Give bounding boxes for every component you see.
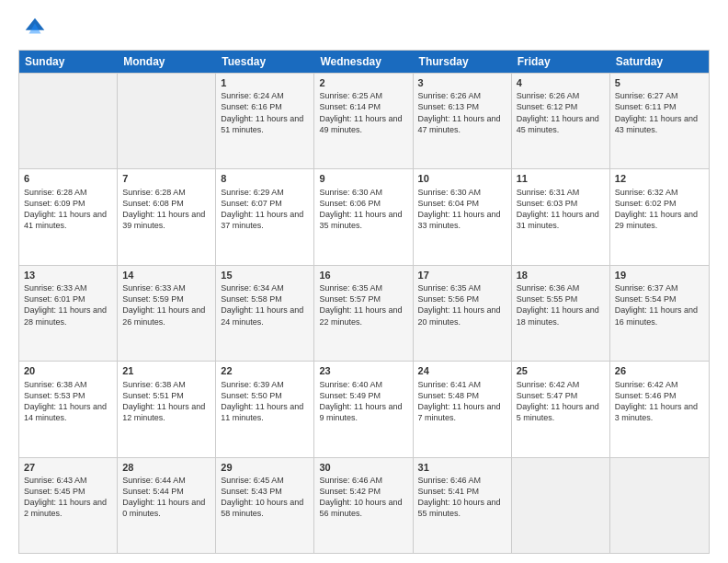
day-number: 5 xyxy=(615,76,704,89)
day-cell-31: 31Sunrise: 6:46 AM Sunset: 5:41 PM Dayli… xyxy=(414,458,512,553)
day-number: 27 xyxy=(24,461,112,474)
day-info: Sunrise: 6:33 AM Sunset: 6:01 PM Dayligh… xyxy=(24,282,112,327)
day-info: Sunrise: 6:38 AM Sunset: 5:51 PM Dayligh… xyxy=(122,379,210,424)
day-cell-9: 9Sunrise: 6:30 AM Sunset: 6:06 PM Daylig… xyxy=(314,169,413,264)
day-cell-1: 1Sunrise: 6:24 AM Sunset: 6:16 PM Daylig… xyxy=(216,74,314,168)
day-cell-26: 26Sunrise: 6:42 AM Sunset: 5:46 PM Dayli… xyxy=(610,362,709,456)
day-info: Sunrise: 6:33 AM Sunset: 5:59 PM Dayligh… xyxy=(122,282,210,327)
calendar-header: SundayMondayTuesdayWednesdayThursdayFrid… xyxy=(19,51,709,73)
day-number: 7 xyxy=(122,172,210,185)
day-cell-14: 14Sunrise: 6:33 AM Sunset: 5:59 PM Dayli… xyxy=(118,266,216,361)
logo-icon xyxy=(22,15,48,40)
day-cell-18: 18Sunrise: 6:36 AM Sunset: 5:55 PM Dayli… xyxy=(512,266,610,361)
day-cell-2: 2Sunrise: 6:25 AM Sunset: 6:14 PM Daylig… xyxy=(314,74,413,168)
day-number: 10 xyxy=(418,172,506,185)
day-info: Sunrise: 6:28 AM Sunset: 6:08 PM Dayligh… xyxy=(122,187,210,232)
day-info: Sunrise: 6:37 AM Sunset: 5:54 PM Dayligh… xyxy=(615,282,704,327)
calendar-week-3: 13Sunrise: 6:33 AM Sunset: 6:01 PM Dayli… xyxy=(19,265,709,361)
day-info: Sunrise: 6:36 AM Sunset: 5:55 PM Dayligh… xyxy=(517,282,605,327)
day-cell-19: 19Sunrise: 6:37 AM Sunset: 5:54 PM Dayli… xyxy=(610,266,709,361)
day-cell-29: 29Sunrise: 6:45 AM Sunset: 5:43 PM Dayli… xyxy=(216,458,314,553)
day-info: Sunrise: 6:29 AM Sunset: 6:07 PM Dayligh… xyxy=(221,187,309,232)
day-cell-15: 15Sunrise: 6:34 AM Sunset: 5:58 PM Dayli… xyxy=(216,266,314,361)
day-number: 30 xyxy=(319,461,407,474)
day-info: Sunrise: 6:30 AM Sunset: 6:06 PM Dayligh… xyxy=(319,187,407,232)
day-cell-12: 12Sunrise: 6:32 AM Sunset: 6:02 PM Dayli… xyxy=(610,169,709,264)
day-info: Sunrise: 6:28 AM Sunset: 6:09 PM Dayligh… xyxy=(24,187,112,232)
header-day-friday: Friday xyxy=(512,51,610,73)
header-day-saturday: Saturday xyxy=(610,51,709,73)
day-number: 6 xyxy=(24,172,112,185)
day-cell-23: 23Sunrise: 6:40 AM Sunset: 5:49 PM Dayli… xyxy=(314,362,413,456)
day-info: Sunrise: 6:42 AM Sunset: 5:46 PM Dayligh… xyxy=(615,379,704,424)
day-number: 24 xyxy=(418,364,506,377)
day-cell-4: 4Sunrise: 6:26 AM Sunset: 6:12 PM Daylig… xyxy=(512,74,610,168)
day-cell-17: 17Sunrise: 6:35 AM Sunset: 5:56 PM Dayli… xyxy=(414,266,512,361)
day-cell-21: 21Sunrise: 6:38 AM Sunset: 5:51 PM Dayli… xyxy=(118,362,216,456)
day-cell-27: 27Sunrise: 6:43 AM Sunset: 5:45 PM Dayli… xyxy=(19,458,118,553)
day-number: 11 xyxy=(517,172,605,185)
day-cell-24: 24Sunrise: 6:41 AM Sunset: 5:48 PM Dayli… xyxy=(414,362,512,456)
day-cell-20: 20Sunrise: 6:38 AM Sunset: 5:53 PM Dayli… xyxy=(19,362,118,456)
day-number: 20 xyxy=(24,364,112,377)
day-info: Sunrise: 6:40 AM Sunset: 5:49 PM Dayligh… xyxy=(319,379,407,424)
empty-cell xyxy=(512,458,610,553)
day-info: Sunrise: 6:25 AM Sunset: 6:14 PM Dayligh… xyxy=(319,90,407,135)
calendar-week-4: 20Sunrise: 6:38 AM Sunset: 5:53 PM Dayli… xyxy=(19,361,709,456)
day-number: 29 xyxy=(221,461,309,474)
day-number: 26 xyxy=(615,364,704,377)
header-day-thursday: Thursday xyxy=(414,51,512,73)
day-cell-8: 8Sunrise: 6:29 AM Sunset: 6:07 PM Daylig… xyxy=(216,169,314,264)
day-info: Sunrise: 6:34 AM Sunset: 5:58 PM Dayligh… xyxy=(221,282,309,327)
header-day-sunday: Sunday xyxy=(19,51,118,73)
day-number: 19 xyxy=(615,269,704,282)
day-number: 4 xyxy=(517,76,605,89)
day-cell-16: 16Sunrise: 6:35 AM Sunset: 5:57 PM Dayli… xyxy=(314,266,413,361)
day-cell-30: 30Sunrise: 6:46 AM Sunset: 5:42 PM Dayli… xyxy=(314,458,413,553)
header-day-monday: Monday xyxy=(118,51,216,73)
day-cell-5: 5Sunrise: 6:27 AM Sunset: 6:11 PM Daylig… xyxy=(610,74,709,168)
day-number: 18 xyxy=(517,269,605,282)
day-info: Sunrise: 6:31 AM Sunset: 6:03 PM Dayligh… xyxy=(517,187,605,232)
day-number: 17 xyxy=(418,269,506,282)
day-cell-10: 10Sunrise: 6:30 AM Sunset: 6:04 PM Dayli… xyxy=(414,169,512,264)
day-cell-7: 7Sunrise: 6:28 AM Sunset: 6:08 PM Daylig… xyxy=(118,169,216,264)
day-number: 14 xyxy=(122,269,210,282)
logo xyxy=(18,15,50,40)
day-info: Sunrise: 6:35 AM Sunset: 5:56 PM Dayligh… xyxy=(418,282,506,327)
calendar: SundayMondayTuesdayWednesdayThursdayFrid… xyxy=(18,50,710,554)
header-day-wednesday: Wednesday xyxy=(314,51,413,73)
day-number: 22 xyxy=(221,364,309,377)
day-info: Sunrise: 6:44 AM Sunset: 5:44 PM Dayligh… xyxy=(122,475,210,520)
day-cell-25: 25Sunrise: 6:42 AM Sunset: 5:47 PM Dayli… xyxy=(512,362,610,456)
calendar-week-5: 27Sunrise: 6:43 AM Sunset: 5:45 PM Dayli… xyxy=(19,457,709,553)
day-info: Sunrise: 6:24 AM Sunset: 6:16 PM Dayligh… xyxy=(221,90,309,135)
calendar-body: 1Sunrise: 6:24 AM Sunset: 6:16 PM Daylig… xyxy=(19,73,709,553)
day-number: 3 xyxy=(418,76,506,89)
header xyxy=(18,15,710,40)
calendar-week-1: 1Sunrise: 6:24 AM Sunset: 6:16 PM Daylig… xyxy=(19,73,709,168)
day-info: Sunrise: 6:39 AM Sunset: 5:50 PM Dayligh… xyxy=(221,379,309,424)
day-info: Sunrise: 6:46 AM Sunset: 5:41 PM Dayligh… xyxy=(418,475,506,520)
day-number: 15 xyxy=(221,269,309,282)
day-number: 25 xyxy=(517,364,605,377)
day-info: Sunrise: 6:45 AM Sunset: 5:43 PM Dayligh… xyxy=(221,475,309,520)
empty-cell xyxy=(19,74,118,168)
day-number: 2 xyxy=(319,76,407,89)
day-number: 16 xyxy=(319,269,407,282)
day-info: Sunrise: 6:41 AM Sunset: 5:48 PM Dayligh… xyxy=(418,379,506,424)
day-info: Sunrise: 6:43 AM Sunset: 5:45 PM Dayligh… xyxy=(24,475,112,520)
empty-cell xyxy=(610,458,709,553)
empty-cell xyxy=(118,74,216,168)
page: SundayMondayTuesdayWednesdayThursdayFrid… xyxy=(0,0,728,563)
day-cell-11: 11Sunrise: 6:31 AM Sunset: 6:03 PM Dayli… xyxy=(512,169,610,264)
day-info: Sunrise: 6:26 AM Sunset: 6:13 PM Dayligh… xyxy=(418,90,506,135)
day-number: 21 xyxy=(122,364,210,377)
day-info: Sunrise: 6:27 AM Sunset: 6:11 PM Dayligh… xyxy=(615,90,704,135)
day-number: 23 xyxy=(319,364,407,377)
day-number: 9 xyxy=(319,172,407,185)
day-info: Sunrise: 6:30 AM Sunset: 6:04 PM Dayligh… xyxy=(418,187,506,232)
day-cell-3: 3Sunrise: 6:26 AM Sunset: 6:13 PM Daylig… xyxy=(414,74,512,168)
day-number: 8 xyxy=(221,172,309,185)
day-number: 28 xyxy=(122,461,210,474)
